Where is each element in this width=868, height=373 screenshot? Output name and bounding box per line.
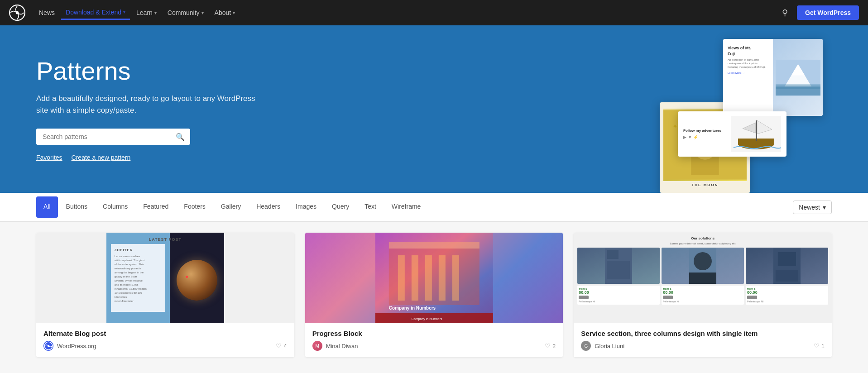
hero-preview-card-middle: Follow my adventures ▶♥⚡ bbox=[678, 111, 786, 157]
svg-text:Company in Numbers: Company in Numbers bbox=[388, 306, 436, 311]
like-count-1: ♡ 4 bbox=[276, 342, 287, 349]
filter-tab-wireframe[interactable]: Wireframe bbox=[384, 196, 428, 218]
search-icon: ⚲ bbox=[782, 8, 788, 17]
pattern-card-2: Company in Numbers Company in Numbers Pr… bbox=[305, 233, 563, 357]
svg-text:✦: ✦ bbox=[672, 123, 678, 130]
pattern-title-2: Progress Block bbox=[312, 330, 556, 337]
heart-icon: ♡ bbox=[545, 342, 551, 349]
heart-icon: ♡ bbox=[276, 342, 282, 349]
pattern-card-info-3: Service section, three columns design wi… bbox=[574, 323, 832, 357]
pattern-title-3: Service section, three columns design wi… bbox=[581, 330, 825, 337]
nav-links: News Download & Extend ▾ Learn ▾ Communi… bbox=[34, 6, 778, 20]
card3-prices-row: from $ 00.00 Pellentesque Nil from $ 00.… bbox=[577, 286, 828, 305]
nav-item-learn[interactable]: Learn ▾ bbox=[132, 6, 161, 19]
author-name-1: WordPress.org bbox=[57, 343, 96, 349]
svg-rect-43 bbox=[776, 270, 798, 282]
sort-label: Newest bbox=[799, 204, 820, 211]
nav-item-news[interactable]: News bbox=[34, 6, 59, 19]
avatar-3: G bbox=[581, 341, 591, 351]
hero-title: Patterns bbox=[36, 57, 263, 85]
svg-rect-36 bbox=[607, 250, 619, 259]
hero-links: Favorites Create a new pattern bbox=[36, 154, 263, 161]
patterns-grid-section: LATEST POST JUPITER Let us lose ourselve… bbox=[0, 222, 868, 368]
chevron-down-icon: ▾ bbox=[123, 10, 125, 14]
chevron-down-icon: ▾ bbox=[154, 10, 157, 15]
filter-tab-columns[interactable]: Columns bbox=[96, 196, 135, 218]
card3-price-item-3: from $ 00.00 Pellentesque Nil bbox=[746, 286, 828, 305]
filter-tab-all[interactable]: All bbox=[36, 196, 58, 218]
navbar: News Download & Extend ▾ Learn ▾ Communi… bbox=[0, 0, 868, 25]
nav-item-download-extend[interactable]: Download & Extend ▾ bbox=[61, 6, 130, 20]
filter-tab-images[interactable]: Images bbox=[288, 196, 324, 218]
card3-image-2 bbox=[662, 248, 744, 284]
card3-subtext: Lorem ipsum dolor sit amet, consectetur … bbox=[577, 242, 828, 245]
get-wordpress-button[interactable]: Get WordPress bbox=[797, 5, 859, 20]
svg-point-1 bbox=[16, 11, 19, 14]
nav-search-button[interactable]: ⚲ bbox=[778, 6, 791, 19]
filter-tab-footers[interactable]: Footers bbox=[177, 196, 212, 218]
svg-rect-10 bbox=[756, 120, 757, 141]
wordpress-logo[interactable] bbox=[9, 5, 25, 21]
favorites-link[interactable]: Favorites bbox=[36, 154, 62, 161]
svg-rect-29 bbox=[438, 255, 445, 301]
svg-text:Company in Numbers: Company in Numbers bbox=[411, 317, 442, 321]
filter-tab-buttons[interactable]: Buttons bbox=[59, 196, 95, 218]
svg-rect-28 bbox=[425, 255, 432, 301]
sort-dropdown[interactable]: Newest ▾ bbox=[793, 201, 832, 214]
svg-rect-42 bbox=[778, 252, 796, 266]
filter-tab-query[interactable]: Query bbox=[325, 196, 356, 218]
hero-section: Patterns Add a beautifully designed, rea… bbox=[0, 25, 868, 193]
moon-card-label: THE MOON bbox=[691, 183, 718, 187]
patterns-grid: LATEST POST JUPITER Let us lose ourselve… bbox=[36, 233, 832, 357]
card3-image-3 bbox=[746, 248, 828, 284]
card3-image-1 bbox=[577, 248, 660, 284]
hero-content: Patterns Add a beautifully designed, rea… bbox=[36, 57, 263, 162]
filter-tab-headers[interactable]: Headers bbox=[249, 196, 288, 218]
pattern-meta-1: WordPress.org ♡ 4 bbox=[43, 341, 287, 351]
hero-search-bar: 🔍 bbox=[36, 129, 190, 145]
svg-rect-37 bbox=[607, 261, 630, 279]
filter-tab-text[interactable]: Text bbox=[357, 196, 384, 218]
card-label-latest-post: LATEST POST bbox=[36, 237, 294, 242]
avatar-2: M bbox=[312, 341, 322, 351]
pattern-card-image-1[interactable]: LATEST POST JUPITER Let us lose ourselve… bbox=[36, 233, 294, 323]
pattern-meta-3: G Gloria Liuni ♡ 1 bbox=[581, 341, 825, 351]
hero-search-button[interactable]: 🔍 bbox=[170, 129, 190, 145]
chevron-down-icon: ▾ bbox=[233, 10, 235, 15]
svg-rect-27 bbox=[411, 255, 418, 301]
filter-bar: All Buttons Columns Featured Footers Gal… bbox=[0, 193, 868, 222]
pattern-meta-2: M Minal Diwan ♡ 2 bbox=[312, 341, 556, 351]
filter-tab-gallery[interactable]: Gallery bbox=[214, 196, 248, 218]
search-input[interactable] bbox=[36, 129, 170, 145]
nav-right: ⚲ Get WordPress bbox=[778, 5, 859, 20]
like-count-2: ♡ 2 bbox=[545, 342, 556, 349]
author-name-2: Minal Diwan bbox=[326, 343, 358, 349]
svg-point-39 bbox=[694, 252, 712, 270]
pattern-title-1: Alternate Blog post bbox=[43, 330, 287, 337]
avatar-1 bbox=[43, 341, 53, 351]
card3-images-row bbox=[577, 248, 828, 284]
svg-rect-31 bbox=[388, 242, 479, 249]
heart-icon: ♡ bbox=[814, 342, 820, 349]
create-pattern-link[interactable]: Create a new pattern bbox=[72, 154, 131, 161]
pattern-card: LATEST POST JUPITER Let us lose ourselve… bbox=[36, 233, 294, 357]
pattern-card-3: Our solutions Lorem ipsum dolor sit amet… bbox=[574, 233, 832, 357]
filter-tab-featured[interactable]: Featured bbox=[136, 196, 176, 218]
hero-preview-card-top: Views of Mt.Fuji An exhibition of early … bbox=[723, 39, 823, 116]
card3-price-item-1: from $ 00.00 Pellentesque Nil bbox=[577, 286, 660, 305]
card3-heading: Our solutions bbox=[577, 236, 828, 240]
hero-subtitle: Add a beautifully designed, ready to go … bbox=[36, 93, 263, 116]
svg-rect-6 bbox=[776, 84, 820, 89]
nav-item-about[interactable]: About ▾ bbox=[210, 6, 240, 19]
like-count-3: ♡ 1 bbox=[814, 342, 825, 349]
svg-rect-26 bbox=[398, 255, 404, 301]
pattern-card-info-1: Alternate Blog post WordPress.org ♡ 4 bbox=[36, 323, 294, 357]
pattern-card-image-3[interactable]: Our solutions Lorem ipsum dolor sit amet… bbox=[574, 233, 832, 323]
pattern-card-info-2: Progress Block M Minal Diwan ♡ 2 bbox=[305, 323, 563, 357]
search-icon: 🔍 bbox=[176, 133, 185, 141]
card3-price-item-2: from $ 00.00 Pellentesque Nil bbox=[662, 286, 744, 305]
nav-item-community[interactable]: Community ▾ bbox=[163, 6, 208, 19]
pattern-card-image-2[interactable]: Company in Numbers Company in Numbers bbox=[305, 233, 563, 323]
hero-images: Views of Mt.Fuji An exhibition of early … bbox=[651, 34, 841, 188]
chevron-down-icon: ▾ bbox=[823, 204, 826, 211]
